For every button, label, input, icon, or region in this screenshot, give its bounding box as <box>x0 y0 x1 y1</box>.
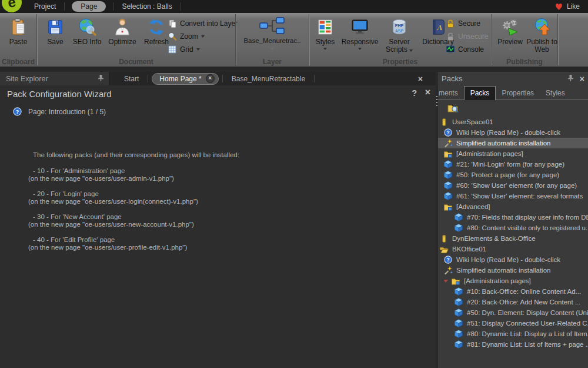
wizard-page-status: ? Page: Introduction (1 / 5) <box>13 107 106 116</box>
zoom-button[interactable]: Zoom <box>168 30 238 43</box>
pack-entry: - 10 - For 'Administration' page (on the… <box>28 167 239 183</box>
help-icon: ? <box>13 107 22 116</box>
divider <box>314 75 315 82</box>
seo-icon <box>78 16 96 38</box>
close-tabstrip-icon[interactable]: × <box>418 74 423 84</box>
tree-item[interactable]: #50: Protect a page (for any page) <box>438 170 588 180</box>
tree-item[interactable]: UserSpace01 <box>438 117 588 127</box>
pack-name: - 30 - For 'New Account' page <box>28 213 239 221</box>
button-label: Grid <box>180 45 193 54</box>
app-logo[interactable]: e <box>0 0 26 13</box>
chevron-down-icon <box>201 35 205 38</box>
save-button[interactable]: Save <box>43 16 68 46</box>
tree-item[interactable]: #80: Dynamic List: Display a List of Ite… <box>438 329 588 339</box>
close-tab-icon[interactable]: × <box>206 74 215 83</box>
tree-item[interactable]: #61: 'Show User' element: several format… <box>438 191 588 201</box>
tree-item-label: Simplified automatic installation <box>456 140 550 147</box>
styles-button[interactable]: Styles <box>312 16 339 50</box>
tree-item[interactable]: #70: Fields that display user info from … <box>438 212 588 223</box>
ribbon-group-label: Document <box>37 58 235 66</box>
tree-item[interactable]: #21: 'Mini-Login' form (for any page) <box>438 159 588 170</box>
preview-button[interactable]: Preview <box>496 16 524 51</box>
layer-selector-button[interactable]: Base_Menuretrac.. <box>236 13 309 50</box>
tree-item[interactable]: Simplified automatic installation <box>438 265 588 276</box>
cube-icon <box>454 213 463 222</box>
tree-item-label: #81: Dynamic List: List of Items + page … <box>467 341 588 348</box>
tab-packs[interactable]: Packs <box>464 86 496 100</box>
tab-elements[interactable]: ments <box>438 87 464 100</box>
tree-item-label: #50: Dyn. Element: Display Content (Uni.… <box>467 309 588 316</box>
folder-badge-icon <box>443 202 453 211</box>
tree-item[interactable]: [Administration pages] <box>438 276 588 286</box>
tab-home-page[interactable]: Home Page * × <box>152 73 218 85</box>
server-scripts-button[interactable]: PHP ASP Server Scripts <box>381 16 417 54</box>
pin-icon[interactable] <box>567 74 574 84</box>
tree-item-label: #51: Display Connected User-Related C... <box>467 320 588 327</box>
divider <box>181 2 181 11</box>
tab-base-menuretractable[interactable]: Base_MenuRetractable <box>224 75 313 83</box>
like-button[interactable]: Like <box>567 2 580 11</box>
tree-item[interactable]: #60: 'Show User' element (for any page) <box>438 180 588 191</box>
packs-panel-header: Packs × <box>438 72 588 85</box>
pack-page: (on the new page "oe-users/user-profile-… <box>28 244 239 251</box>
tree-item[interactable]: ?Wiki Help (Read Me) - double-click <box>438 254 588 265</box>
cube-icon <box>454 223 463 233</box>
pack-name: - 20 - For 'Login' page <box>28 190 239 198</box>
publish-to-web-button[interactable]: Publish to Web <box>526 16 557 54</box>
tree-item-label: Simplified automatic installation <box>456 267 550 274</box>
optimize-button[interactable]: Optimize <box>106 16 138 46</box>
tab-properties[interactable]: Properties <box>496 87 540 100</box>
tree-item[interactable]: [Administration pages] <box>438 148 588 159</box>
svg-text:ASP: ASP <box>395 29 404 33</box>
menu-selection[interactable]: Selection : Balls <box>113 2 180 11</box>
styles-icon <box>316 16 334 38</box>
cube-icon <box>443 160 453 169</box>
refresh-button[interactable]: Refresh <box>142 16 171 46</box>
convert-into-layer-button[interactable]: Convert into Layer <box>168 17 238 30</box>
tree-item[interactable]: ?Wiki Help (Read Me) - double-click <box>438 127 588 138</box>
menu-project[interactable]: Project <box>26 2 64 11</box>
site-explorer-header[interactable]: Site Explorer <box>0 72 109 85</box>
unsecure-button[interactable]: Unsecure <box>446 30 488 43</box>
tree-item[interactable]: DynElements & Back-Office <box>438 233 588 244</box>
console-button[interactable]: Console <box>446 43 488 56</box>
grid-button[interactable]: Grid <box>168 43 238 56</box>
button-label-text: Server Scripts <box>386 38 410 54</box>
responsive-button[interactable]: Responsive <box>341 16 379 50</box>
document-tabstrip: Site Explorer Start Home Page * × Base_M… <box>0 72 436 85</box>
tree-item[interactable]: #20: Back-Office: Add New Content ... <box>438 297 588 307</box>
tree-item[interactable]: Simplified automatic installation <box>438 138 588 148</box>
lock-gold-icon <box>446 19 455 28</box>
tab-styles[interactable]: Styles <box>540 87 571 100</box>
pin-icon[interactable] <box>98 74 104 84</box>
tab-start[interactable]: Start <box>116 75 146 83</box>
divider <box>148 75 148 82</box>
tree-item[interactable]: #80: Content visible only to registered … <box>438 223 588 233</box>
refresh-icon <box>148 16 165 38</box>
tree-item[interactable]: [Advanced] <box>438 201 588 212</box>
close-wizard-button[interactable]: × <box>425 87 430 98</box>
menu-page[interactable]: Page <box>72 1 106 12</box>
tree-item[interactable]: #51: Display Connected User-Related C... <box>438 318 588 329</box>
tree-item[interactable]: #50: Dyn. Element: Display Content (Uni.… <box>438 307 588 318</box>
wizard-body: The following packs (and their correspon… <box>28 151 239 259</box>
expander-icon[interactable] <box>443 280 448 283</box>
help-icon: ? <box>443 128 453 137</box>
folder-open-icon <box>439 244 449 254</box>
folder-search-icon[interactable] <box>447 103 459 114</box>
button-label: Convert into Layer <box>180 19 238 28</box>
folder-badge-icon <box>451 276 460 286</box>
pack-entry: - 30 - For 'New Account' page (on the ne… <box>28 213 239 228</box>
tree-item[interactable]: BKOffice01 <box>438 244 588 254</box>
help-button[interactable]: ? <box>412 88 417 98</box>
secure-button[interactable]: Secure <box>446 17 488 30</box>
grid-icon <box>168 45 177 54</box>
ribbon-shadow-strip <box>0 67 588 72</box>
paste-button[interactable]: Paste <box>3 16 34 46</box>
close-panel-icon[interactable]: × <box>580 74 584 84</box>
ribbon-group-label: Properties <box>309 58 491 66</box>
tree-item[interactable]: #81: Dynamic List: List of Items + page … <box>438 339 588 350</box>
seo-info-button[interactable]: SEO Info <box>71 16 103 46</box>
chevron-down-icon <box>270 48 274 50</box>
tree-item[interactable]: #10: Back-Office: Online Content Ad... <box>438 286 588 297</box>
